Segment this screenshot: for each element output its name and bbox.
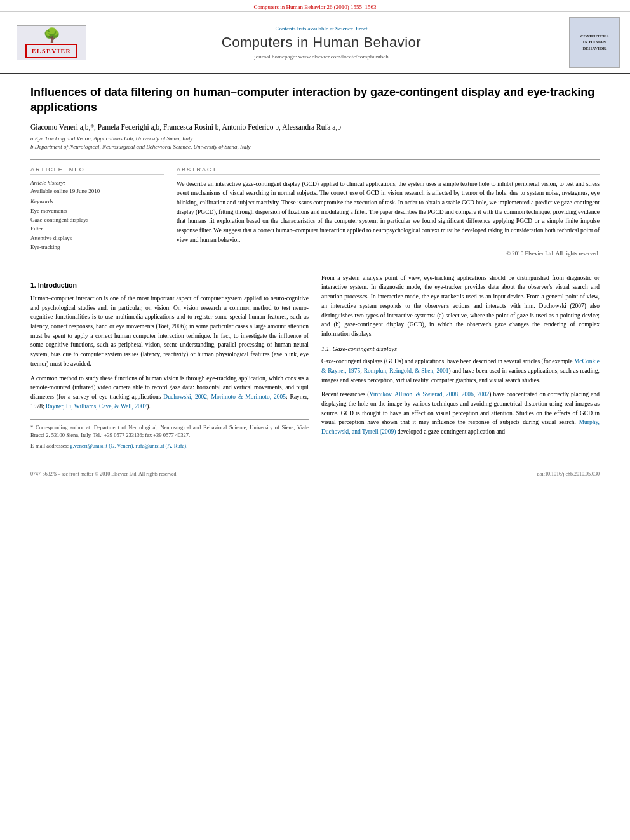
journal-header-right: COMPUTERSIN HUMANBEHAVIOR	[550, 17, 620, 68]
affiliation-a: a Eye Tracking and Vision, Applications …	[30, 135, 600, 143]
available-online: Available online 19 June 2010	[30, 188, 164, 194]
ref-vinnikov3: 2002	[477, 391, 489, 397]
ref-mcconkie: McConkie & Rayner, 1975	[321, 358, 600, 374]
journal-header: 🌳 ELSEVIER Contents lists available at S…	[0, 12, 630, 74]
sciencedirect-link: Contents lists available at ScienceDirec…	[93, 25, 550, 32]
affiliations: a Eye Tracking and Vision, Applications …	[30, 135, 600, 152]
right-para3: Recent researches (Vinnikov, Allison, & …	[321, 390, 600, 437]
copyright-line: © 2010 Elsevier Ltd. All rights reserved…	[177, 250, 600, 257]
article-title: Influences of data filtering on human–co…	[30, 84, 600, 116]
ref-duchowski: Duchowski, 2002	[163, 394, 207, 400]
ref-morimoto: Morimoto & Morimoto, 2005	[211, 394, 286, 400]
bottom-left: 0747-5632/$ – see front matter © 2010 El…	[30, 471, 178, 477]
authors-text: Giacomo Veneri a,b,*, Pamela Federighi a…	[30, 123, 341, 131]
left-column: 1. Introduction Human–computer interacti…	[30, 274, 309, 450]
journal-top-bar: Computers in Human Behavior 26 (2010) 15…	[0, 0, 630, 12]
authors-line: Giacomo Veneri a,b,*, Pamela Federighi a…	[30, 123, 600, 131]
ref-murphy: Murphy, Duchowski, and Tyrrell (2009)	[321, 419, 600, 435]
body-columns: 1. Introduction Human–computer interacti…	[30, 274, 600, 450]
footnote-corresponding: * Corresponding author at: Department of…	[30, 423, 309, 440]
abstract-title: ABSTRACT	[177, 166, 600, 175]
footnote-section: * Corresponding author at: Department of…	[30, 419, 309, 450]
elsevier-logo-graphic: 🌳 ELSEVIER	[17, 25, 86, 60]
keywords-list: Eye movements Gaze-contingent displays F…	[30, 206, 164, 252]
journal-header-left: 🌳 ELSEVIER	[10, 25, 93, 60]
right-para1: From a system analysis point of view, ey…	[321, 274, 600, 339]
gaze-contingent-heading: 1.1. Gaze-contingent displays	[321, 344, 600, 354]
abstract-text: We describe an interactive gaze-continge…	[177, 180, 600, 245]
article-info: ARTICLE INFO Article history: Available …	[30, 166, 164, 257]
bottom-right: doi:10.1016/j.chb.2010.05.030	[537, 471, 600, 477]
main-content: Influences of data filtering on human–co…	[0, 74, 630, 460]
intro-para2: A common method to study these functions…	[30, 374, 309, 411]
bottom-bar: 0747-5632/$ – see front matter © 2010 El…	[0, 467, 630, 481]
keyword-2: Gaze-contingent displays	[30, 215, 164, 224]
ref-vinnikov1: Vinnikov, Allison, & Swierad, 2008	[370, 391, 459, 397]
article-info-title: ARTICLE INFO	[30, 166, 164, 175]
keyword-3: Filter	[30, 224, 164, 233]
history-label: Article history:	[30, 180, 164, 186]
journal-reference: Computers in Human Behavior 26 (2010) 15…	[254, 4, 377, 10]
keyword-4: Attentive displays	[30, 234, 164, 243]
email-addresses: g.veneri@unisi.it (G. Veneri), rufa@unis…	[70, 443, 187, 449]
keywords-label: Keywords:	[30, 198, 164, 204]
ref-romplun: Romplun, Reingold, & Shen, 2001	[364, 368, 449, 374]
tree-icon: 🌳	[43, 27, 60, 44]
keyword-1: Eye movements	[30, 206, 164, 215]
email-label: E-mail addresses:	[30, 443, 69, 449]
right-para2: Gaze-contingent displays (GCDs) and appl…	[321, 357, 600, 385]
and-word: and	[352, 429, 361, 435]
elsevier-label: ELSEVIER	[32, 48, 72, 55]
ref-vinnikov2: 2006	[462, 391, 474, 397]
keyword-5: Eye-tracking	[30, 243, 164, 251]
elsevier-box: ELSEVIER	[25, 44, 78, 58]
ref-rayner: Rayner, Li, Williams, Cave, & Well, 2007	[46, 403, 147, 410]
through-word: through	[186, 375, 205, 382]
introduction-heading: 1. Introduction	[30, 280, 309, 290]
right-column: From a system analysis point of view, ey…	[321, 274, 600, 450]
sciencedirect-text: ScienceDirect	[335, 25, 367, 32]
affiliation-b: b Department of Neurological, Neurosurgi…	[30, 143, 600, 152]
journal-cover-image: COMPUTERSIN HUMANBEHAVIOR	[569, 17, 620, 68]
journal-title: Computers in Human Behavior	[93, 34, 550, 51]
article-meta-section: ARTICLE INFO Article history: Available …	[30, 159, 600, 263]
footnote-email: E-mail addresses: g.veneri@unisi.it (G. …	[30, 442, 309, 450]
intro-para1: Human–computer interaction is one of the…	[30, 294, 309, 369]
journal-header-center: Contents lists available at ScienceDirec…	[93, 25, 550, 60]
journal-homepage: journal homepage: www.elsevier.com/locat…	[93, 53, 550, 60]
abstract-section: ABSTRACT We describe an interactive gaze…	[177, 166, 600, 257]
